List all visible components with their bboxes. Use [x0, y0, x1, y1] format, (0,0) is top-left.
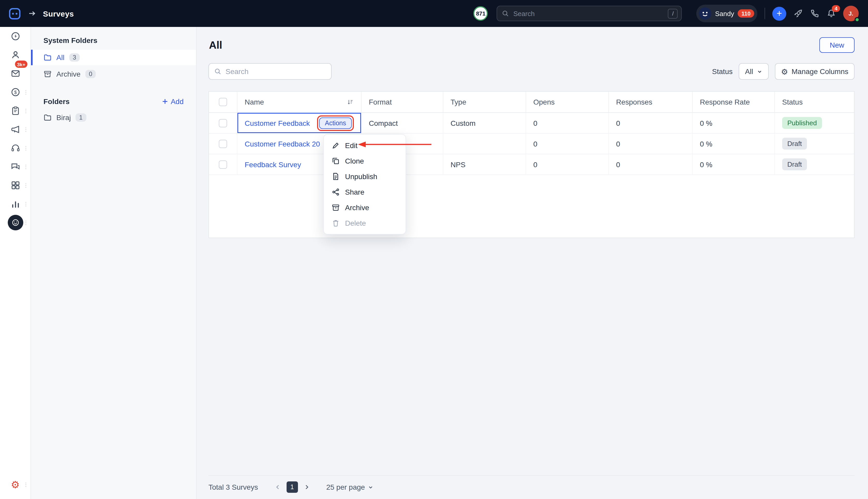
contacts-count-badge: 3k+ [14, 60, 28, 69]
rail-kebab-icon[interactable]: ⋮ [23, 164, 28, 170]
rail-item-surveys[interactable]: ⋮ [0, 213, 30, 232]
rail-item-settings[interactable]: ⚙ ⋮ [0, 475, 30, 494]
surveys-search-input[interactable] [226, 67, 326, 76]
sidebar-item-biraj[interactable]: Biraj 1 [31, 110, 196, 125]
per-page-select[interactable]: 25 per page [326, 483, 374, 491]
chevron-down-icon [757, 69, 763, 74]
row-checkbox[interactable] [219, 160, 227, 169]
cell-opens: 0 [526, 134, 609, 154]
global-search[interactable]: / [497, 6, 682, 21]
add-folder-button[interactable]: Add [161, 97, 184, 106]
cell-opens: 0 [526, 154, 609, 174]
rail-kebab-icon[interactable]: ⋮ [23, 482, 28, 487]
column-header-response-rate[interactable]: Response Rate [693, 92, 775, 112]
survey-name-link[interactable]: Customer Feedback [245, 119, 310, 127]
gear-icon: ⚙ [781, 68, 788, 75]
chevron-right-icon[interactable] [303, 484, 310, 490]
rail-item-campaigns[interactable]: ⋮ [0, 120, 30, 139]
online-status-dot [855, 17, 860, 22]
menu-item-share[interactable]: Share [324, 184, 405, 200]
clone-icon [331, 157, 340, 165]
menu-item-label: Share [345, 188, 364, 196]
folder-count-badge: 0 [85, 70, 96, 78]
page-title: All [209, 39, 222, 51]
cell-response-rate: 0 % [693, 134, 775, 154]
table-row: Customer Feedback Actions Compact Custom… [209, 113, 854, 134]
folder-icon [43, 113, 52, 122]
rail-item-reports[interactable]: ⋮ [0, 195, 30, 213]
rail-kebab-icon[interactable]: ⋮ [23, 126, 28, 132]
table-row: Customer Feedback 20 0 0 0 % Draft [209, 134, 854, 154]
column-header-type[interactable]: Type [443, 92, 526, 112]
cell-type [443, 134, 526, 154]
messages-icon [11, 32, 20, 41]
surveys-search[interactable] [209, 63, 331, 80]
table-toolbar: Status All ⚙ Manage Columns [209, 63, 855, 80]
forward-arrow-icon[interactable] [28, 9, 36, 17]
rail-kebab-icon[interactable]: ⋮ [23, 108, 28, 114]
rail-kebab-icon[interactable]: ⋮ [23, 182, 28, 188]
sidebar-item-all[interactable]: All 3 [31, 50, 196, 65]
table-row: Feedback Survey NPS 0 0 0 % Draft [209, 154, 854, 175]
menu-item-label: Delete [345, 219, 366, 227]
column-header-responses[interactable]: Responses [609, 92, 693, 112]
rail-kebab-icon[interactable]: ⋮ [23, 201, 28, 207]
pagination: 1 [274, 482, 310, 493]
launch-rocket-icon[interactable] [793, 9, 803, 18]
plus-icon [161, 98, 168, 105]
global-search-input[interactable] [513, 10, 664, 17]
column-header-format[interactable]: Format [362, 92, 443, 112]
rail-item-messages[interactable] [0, 27, 30, 46]
menu-item-unpublish[interactable]: Unpublish [324, 169, 405, 184]
rail-item-apps[interactable]: ⋮ [0, 176, 30, 195]
sidebar-item-label: Archive [56, 70, 80, 78]
column-header-name[interactable]: Name [245, 98, 264, 106]
sidebar-item-label: Biraj [56, 113, 71, 122]
main-content: All New Status All [197, 27, 868, 499]
phone-icon[interactable] [810, 9, 819, 18]
table-footer: Total 3 Surveys 1 25 per page [209, 475, 855, 493]
rail-kebab-icon[interactable]: ⋮ [23, 220, 28, 226]
notifications-count-badge: 4 [832, 5, 840, 12]
page-number-button[interactable]: 1 [286, 482, 298, 493]
rail-kebab-icon[interactable]: ⋮ [23, 145, 28, 151]
chevron-left-icon[interactable] [274, 484, 281, 490]
workspace-pill[interactable]: Sandy 110 [696, 5, 757, 22]
rail-item-support[interactable]: ⋮ [0, 139, 30, 157]
create-new-button[interactable]: + [772, 7, 786, 21]
reports-bar-chart-icon [11, 199, 20, 209]
row-checkbox[interactable] [219, 139, 227, 148]
manage-columns-button[interactable]: ⚙ Manage Columns [775, 63, 855, 80]
rail-item-deals[interactable]: $ ⋮ [0, 83, 30, 101]
menu-item-delete[interactable]: Delete [324, 215, 405, 231]
column-header-status[interactable]: Status [775, 92, 854, 112]
slash-shortcut-key: / [668, 9, 678, 19]
row-checkbox[interactable] [219, 119, 227, 127]
search-icon [214, 68, 222, 75]
rail-item-contacts[interactable]: 3k+ [0, 46, 30, 64]
user-avatar[interactable]: J. [843, 6, 859, 21]
status-filter-select[interactable]: All [739, 63, 769, 80]
archive-icon [331, 204, 340, 212]
topbar-divider [765, 8, 765, 19]
survey-name-link[interactable]: Feedback Survey [245, 160, 301, 169]
folders-heading: Folders [43, 97, 70, 106]
workspace-name: Sandy [715, 10, 734, 17]
app-logo-icon[interactable] [8, 7, 21, 20]
rail-item-tasks[interactable]: ⋮ [0, 101, 30, 120]
survey-name-link[interactable]: Customer Feedback 20 [245, 139, 320, 148]
row-actions-button[interactable]: Actions [319, 117, 352, 129]
status-badge: Draft [782, 138, 807, 149]
column-header-opens[interactable]: Opens [526, 92, 609, 112]
select-all-checkbox[interactable] [219, 98, 227, 106]
rail-kebab-icon[interactable]: ⋮ [23, 89, 28, 95]
cell-responses: 0 [609, 113, 693, 133]
rail-item-chat[interactable]: ⋮ [0, 157, 30, 176]
new-survey-button[interactable]: New [819, 37, 855, 53]
sidebar-item-archive[interactable]: Archive 0 [31, 66, 196, 82]
bell-icon[interactable]: 4 [827, 9, 836, 18]
menu-item-clone[interactable]: Clone [324, 153, 405, 169]
menu-item-archive[interactable]: Archive [324, 200, 405, 215]
menu-item-edit[interactable]: Edit [324, 138, 405, 153]
sort-icon[interactable] [347, 98, 354, 106]
